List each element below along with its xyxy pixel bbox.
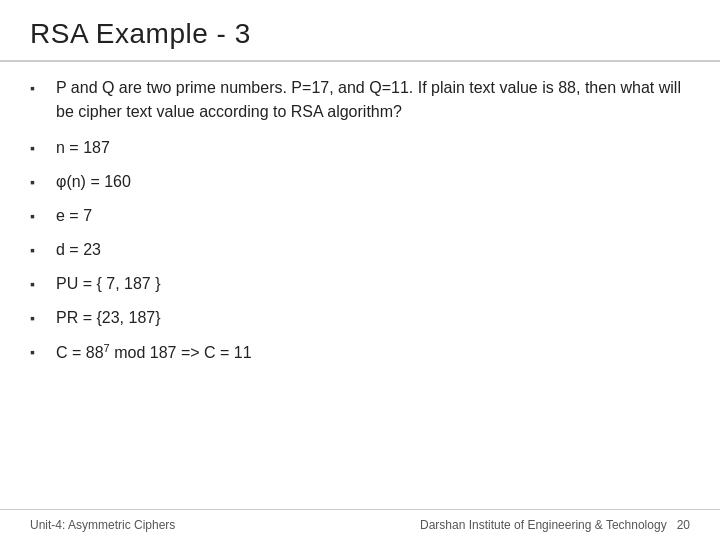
footer-left-text: Unit-4: Asymmetric Ciphers [30,518,175,532]
bullet-text-1: P and Q are two prime numbers. P=17, and… [56,76,690,124]
list-item: ▪ PU = { 7, 187 } [30,272,690,296]
bullet-icon-2: ▪ [30,138,48,159]
bullet-icon-6: ▪ [30,274,48,295]
bullet-text-8: C = 887 mod 187 => C = 11 [56,340,690,365]
bullet-list: ▪ P and Q are two prime numbers. P=17, a… [30,76,690,365]
bullet-icon-4: ▪ [30,206,48,227]
bullet-icon-1: ▪ [30,78,48,99]
superscript-7: 7 [104,342,110,354]
bullet-text-3: φ(n) = 160 [56,170,690,194]
page-number: 20 [677,518,690,532]
list-item: ▪ d = 23 [30,238,690,262]
bullet-text-4: e = 7 [56,204,690,228]
list-item: ▪ C = 887 mod 187 => C = 11 [30,340,690,365]
bullet-text-5: d = 23 [56,238,690,262]
bullet-text-7: PR = {23, 187} [56,306,690,330]
slide-content: ▪ P and Q are two prime numbers. P=17, a… [0,62,720,509]
footer-institute: Darshan Institute of Engineering & Techn… [420,518,667,532]
list-item: ▪ e = 7 [30,204,690,228]
bullet-icon-8: ▪ [30,342,48,363]
bullet-text-6: PU = { 7, 187 } [56,272,690,296]
list-item: ▪ φ(n) = 160 [30,170,690,194]
bullet-icon-5: ▪ [30,240,48,261]
list-item: ▪ PR = {23, 187} [30,306,690,330]
bullet-text-2: n = 187 [56,136,690,160]
slide-footer: Unit-4: Asymmetric Ciphers Darshan Insti… [0,509,720,540]
slide-container: RSA Example - 3 ▪ P and Q are two prime … [0,0,720,540]
list-item: ▪ n = 187 [30,136,690,160]
slide-header: RSA Example - 3 [0,0,720,62]
footer-right-area: Darshan Institute of Engineering & Techn… [420,518,690,532]
bullet-icon-3: ▪ [30,172,48,193]
list-item: ▪ P and Q are two prime numbers. P=17, a… [30,76,690,124]
slide-title: RSA Example - 3 [30,18,690,50]
bullet-icon-7: ▪ [30,308,48,329]
